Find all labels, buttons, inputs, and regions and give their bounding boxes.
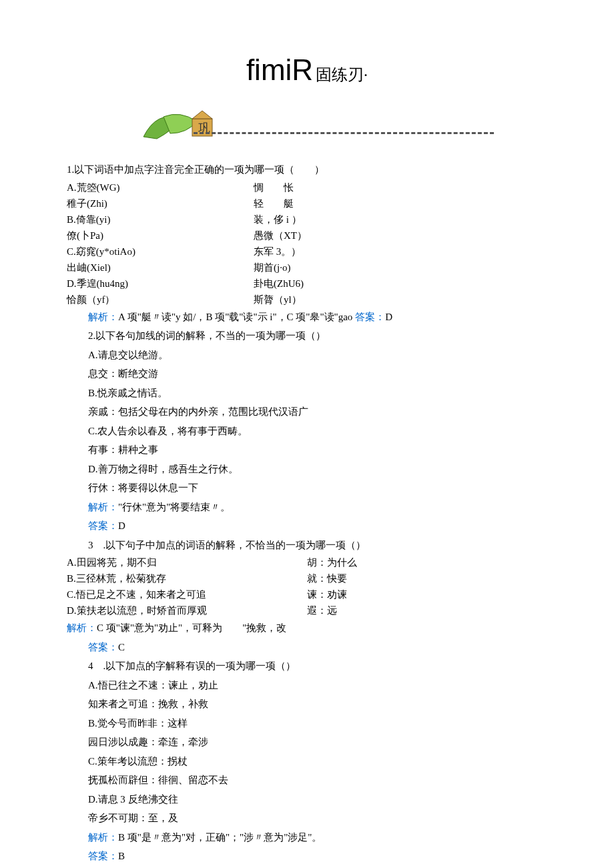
q4-analysis-line: 解析：B 项"是〃意为"对，正确"；"涉〃意为"涉足"。	[67, 828, 547, 847]
page-title: fimiR 固练刃·	[67, 53, 547, 87]
q4-a2: 知来者之可追：挽救，补救	[67, 695, 547, 714]
q2-c1: C.农人告余以春及，将有事于西畴。	[67, 422, 547, 441]
q3-c-left: C.悟已足之不速，知来者之可追	[67, 586, 307, 602]
q4-answer-label: 答案：	[88, 851, 118, 861]
q3-row-0: A.田园将芜，期不归 胡：为什么	[67, 554, 547, 570]
q1-b2-left: 僚(卜Pa)	[67, 228, 254, 244]
q1-row-7: 恰颜（yf） 斯膂（yl）	[67, 292, 547, 308]
q1-row-6: D.季遑(hu4ng) 卦电(ZhU6)	[67, 276, 547, 292]
q2-a2: 息交：断绝交游	[67, 364, 547, 384]
q4-analysis: B 项"是〃意为"对，正确"；"涉〃意为"涉足"。	[118, 832, 322, 843]
q1-answer: D	[385, 312, 392, 322]
q1-row-5: 出岫(Xiel) 期首(j·o)	[67, 260, 547, 276]
q3-b-left: B.三径林荒，松菊犹存	[67, 570, 307, 586]
q4-d1: D.请息 3 反绝沸交往	[67, 790, 547, 809]
q2-analysis: "行休"意为"将要结束〃。	[118, 502, 230, 512]
q1-b2-right: 愚微（XT）	[254, 228, 547, 244]
q4-c2: 抚孤松而辟但：徘徊、留恋不去	[67, 771, 547, 790]
q3-a-right: 胡：为什么	[307, 554, 547, 570]
q4-analysis-label: 解析：	[88, 832, 118, 843]
q1-d-left: D.季遑(hu4ng)	[67, 276, 254, 292]
q1-a-left: A.荒箜(WG)	[67, 179, 254, 195]
q1-a2-right: 轻 艇	[254, 195, 547, 211]
q1-c2-left: 出岫(Xiel)	[67, 260, 254, 276]
q1-row-0: A.荒箜(WG) 惆 怅	[67, 179, 547, 195]
banner-line	[194, 132, 494, 134]
q3-d-right: 遐：远	[307, 602, 547, 618]
q4-d2: 帝乡不可期：至，及	[67, 809, 547, 828]
q1-b-left: B.倚靠(yi)	[67, 211, 254, 228]
q4-answer-line: 答案：B	[67, 847, 547, 866]
q4-stem: 4 .以下加点的字解释有误的一项为哪一项（）	[67, 657, 547, 676]
q1-analysis-label: 解析：	[88, 312, 118, 322]
leaf-icon: 巩	[140, 107, 220, 149]
q2-d1: D.善万物之得时，感吾生之行休。	[67, 460, 547, 479]
q1-answer-label: 答案：	[355, 312, 385, 322]
q2-answer-label: 答案：	[88, 520, 118, 531]
q1-analysis-line: 解析：A 项"艇〃读"y 如/，B 项"载"读"示 i"，C 项"皋"读"gao…	[67, 308, 547, 327]
q2-stem: 2.以下各句加线的词的解释，不当的一项为哪一项（）	[67, 326, 547, 346]
q4-answer: B	[118, 851, 125, 861]
q1-analysis: A 项"艇〃读"y 如/，B 项"载"读"示 i"，C 项"皋"读"gao	[118, 312, 352, 322]
q1-d-right: 卦电(ZhU6)	[254, 276, 547, 292]
q1-c-left: C.窈窕(y*otiAo)	[67, 244, 254, 260]
q1-b-right: 装，侈 i ）	[254, 211, 547, 228]
q1-row-1: 稚子(Zhi) 轻 艇	[67, 195, 547, 211]
q2-answer-line: 答案：D	[67, 516, 547, 536]
q1-stem: 1.以下词语中加点字注音完全正确的一项为哪一项（ ）	[67, 160, 547, 179]
q4-a1: A.悟已往之不速：谏止，劝止	[67, 676, 547, 695]
q1-row-4: C.窈窕(y*otiAo) 东军 3。）	[67, 244, 547, 260]
q1-a2-left: 稚子(Zhi)	[67, 195, 254, 211]
q2-analysis-label: 解析：	[88, 502, 118, 512]
q4-b1: B.觉今号而昨非：这样	[67, 714, 547, 733]
q2-answer: D	[118, 520, 125, 531]
q1-a-right: 惆 怅	[254, 179, 547, 195]
leaf-banner: 巩	[140, 107, 494, 147]
q4-c1: C.策年考以流憩：拐杖	[67, 752, 547, 771]
q3-answer: C	[118, 642, 125, 653]
q5-stem: 5 .以下句中加点词意义相同的一组是（）	[67, 866, 547, 869]
q3-row-2: C.悟已足之不速，知来者之可追 谏：劝谏	[67, 586, 547, 602]
q1-d2-right: 斯膂（yl）	[254, 292, 547, 308]
q3-stem: 3 .以下句子中加点的词语的解释，不恰当的一项为哪一项（）	[67, 536, 547, 555]
q3-row-1: B.三径林荒，松菊犹存 就：快要	[67, 570, 547, 586]
q3-answer-label: 答案：	[88, 642, 118, 653]
q2-b2: 亲戚：包括父母在内的内外亲，范围比现代汉语广	[67, 402, 547, 422]
q2-a1: A.请息交以绝游。	[67, 346, 547, 365]
q4-b2: 园日涉以成趣：牵连，牵涉	[67, 733, 547, 752]
q1-row-3: 僚(卜Pa) 愚微（XT）	[67, 228, 547, 244]
q2-c2: 有事：耕种之事	[67, 440, 547, 460]
q1-c-right: 东军 3。）	[254, 244, 547, 260]
q3-d-left: D.策扶老以流憩，时矫首而厚观	[67, 602, 307, 618]
q2-d2: 行休：将要得以休息一下	[67, 478, 547, 498]
q3-analysis-label: 解析：	[67, 622, 97, 633]
q3-a-left: A.田园将芜，期不归	[67, 554, 307, 570]
title-main: fimiR	[246, 53, 313, 86]
q3-analysis: C 项"谏"意为"劝止"，可释为 "挽救，改	[97, 622, 286, 633]
q3-row-3: D.策扶老以流憩，时矫首而厚观 遐：远	[67, 602, 547, 618]
svg-marker-1	[192, 111, 212, 119]
title-sub: 固练刃·	[316, 66, 368, 83]
q2-b1: B.悦亲戚之情话。	[67, 384, 547, 403]
q1-row-2: B.倚靠(yi) 装，侈 i ）	[67, 211, 547, 228]
q1-d2-left: 恰颜（yf）	[67, 292, 254, 308]
q3-c-right: 谏：劝谏	[307, 586, 547, 602]
q2-analysis-line: 解析："行休"意为"将要结束〃。	[67, 498, 547, 517]
q1-c2-right: 期首(j·o)	[254, 260, 547, 276]
q3-b-right: 就：快要	[307, 570, 547, 586]
q3-analysis-line: 解析：C 项"谏"意为"劝止"，可释为 "挽救，改	[67, 618, 547, 638]
q3-answer-line: 答案：C	[67, 638, 547, 657]
